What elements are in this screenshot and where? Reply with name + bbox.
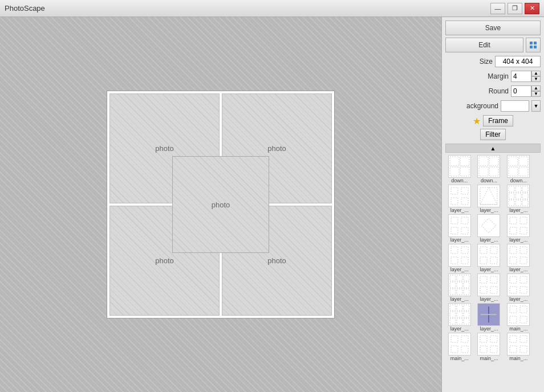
- filter-button[interactable]: Filter: [480, 129, 506, 140]
- svg-rect-87: [490, 336, 497, 342]
- svg-rect-79: [520, 306, 527, 313]
- close-button[interactable]: ✕: [525, 3, 539, 14]
- thumbnail-item[interactable]: layer_...: [475, 214, 504, 243]
- margin-up-button[interactable]: ▲: [531, 71, 541, 76]
- thumbnail-label: layer_...: [506, 207, 531, 213]
- svg-rect-44: [480, 247, 487, 254]
- svg-rect-50: [510, 257, 517, 264]
- thumbnail-image: [477, 155, 500, 178]
- svg-rect-53: [457, 275, 462, 281]
- svg-rect-78: [510, 306, 517, 313]
- svg-rect-41: [461, 247, 468, 254]
- thumbnail-image: [507, 273, 530, 296]
- thumbnail-item[interactable]: main_...: [445, 333, 474, 361]
- thumbnail-item[interactable]: layer_...: [475, 185, 504, 213]
- svg-rect-68: [520, 287, 527, 293]
- svg-rect-2: [530, 46, 533, 48]
- thumbnails-scroll[interactable]: down...down...down... layer_... layer_..…: [445, 155, 541, 389]
- round-up-button[interactable]: ▲: [531, 85, 541, 91]
- thumbnail-label: layer_...: [447, 326, 472, 332]
- thumbnail-item[interactable]: down...: [445, 155, 474, 183]
- svg-rect-80: [510, 316, 517, 323]
- thumbnail-item[interactable]: layer_...: [475, 244, 504, 272]
- thumbnail-image: [477, 303, 500, 326]
- thumbnail-item[interactable]: layer_...: [504, 214, 533, 243]
- thumbnail-item[interactable]: layer_...: [504, 185, 533, 213]
- svg-rect-22: [509, 186, 514, 192]
- edit-button[interactable]: Edit: [445, 38, 523, 52]
- svg-rect-23: [515, 186, 521, 192]
- thumbnail-image: [507, 214, 530, 237]
- margin-spinner: ▲ ▼: [511, 71, 541, 82]
- round-row: Round ▲ ▼: [445, 85, 541, 97]
- thumbnail-item[interactable]: layer_...: [504, 244, 533, 272]
- svg-rect-67: [510, 287, 517, 293]
- svg-rect-0: [530, 42, 533, 44]
- margin-input[interactable]: [511, 71, 531, 82]
- scroll-up-area: ▲: [445, 144, 541, 153]
- background-color-dropdown[interactable]: ▼: [531, 100, 541, 112]
- svg-rect-36: [510, 217, 517, 224]
- svg-rect-74: [464, 312, 469, 317]
- svg-rect-42: [451, 257, 458, 264]
- svg-rect-76: [457, 318, 462, 324]
- thumbnail-item[interactable]: layer_...: [445, 303, 474, 332]
- svg-rect-59: [457, 289, 462, 295]
- svg-rect-16: [451, 187, 458, 194]
- svg-rect-20: [480, 187, 497, 205]
- background-color-box[interactable]: [501, 100, 529, 112]
- thumbnail-item[interactable]: layer_...: [445, 185, 474, 213]
- svg-rect-10: [479, 167, 488, 176]
- thumbnail-image: [477, 273, 500, 296]
- thumbnail-item[interactable]: layer_...: [445, 214, 474, 243]
- thumbnail-item[interactable]: main_...: [504, 333, 533, 361]
- svg-rect-27: [522, 193, 528, 199]
- frame-button[interactable]: Frame: [483, 115, 513, 126]
- size-input[interactable]: [495, 56, 541, 67]
- svg-rect-54: [464, 275, 469, 281]
- svg-rect-70: [457, 305, 462, 311]
- photo-cell-center[interactable]: photo: [172, 156, 269, 253]
- thumbnail-label: layer_...: [447, 296, 472, 302]
- grid-icon[interactable]: [526, 38, 541, 52]
- thumbnail-label: layer_...: [447, 237, 472, 243]
- svg-rect-83: [461, 336, 468, 342]
- svg-rect-33: [451, 227, 458, 234]
- save-button[interactable]: Save: [445, 21, 541, 35]
- svg-rect-26: [515, 193, 521, 199]
- svg-rect-61: [480, 276, 487, 283]
- thumbnail-image: [507, 244, 530, 267]
- thumbnail-label: main_...: [476, 356, 501, 361]
- round-input[interactable]: [511, 85, 531, 97]
- thumbnail-item[interactable]: down...: [504, 155, 533, 183]
- svg-rect-32: [461, 217, 468, 224]
- svg-rect-46: [480, 257, 487, 264]
- thumbnail-item[interactable]: layer_...: [445, 273, 474, 302]
- star-icon[interactable]: ★: [473, 116, 481, 126]
- thumbnail-item[interactable]: main_...: [504, 303, 533, 332]
- thumbnail-item[interactable]: main_...: [475, 333, 504, 361]
- svg-rect-28: [509, 200, 514, 206]
- svg-rect-35: [482, 218, 496, 232]
- svg-rect-73: [457, 312, 462, 317]
- round-down-button[interactable]: ▼: [531, 91, 541, 97]
- minimize-button[interactable]: —: [490, 3, 505, 14]
- margin-down-button[interactable]: ▼: [531, 76, 541, 82]
- thumbnail-label: down...: [506, 178, 531, 183]
- round-spinner-buttons: ▲ ▼: [531, 85, 541, 97]
- svg-rect-77: [464, 318, 469, 324]
- round-spinner: ▲ ▼: [511, 85, 541, 97]
- thumbnail-item[interactable]: layer_...: [475, 273, 504, 302]
- thumbnail-item[interactable]: down...: [475, 155, 504, 183]
- maximize-button[interactable]: ❐: [508, 3, 522, 14]
- svg-rect-64: [490, 287, 497, 293]
- background-row: ackground ▼: [445, 100, 541, 112]
- thumbnail-image: [477, 333, 500, 356]
- scroll-up-button[interactable]: ▲: [445, 144, 541, 153]
- svg-rect-47: [490, 257, 497, 264]
- thumbnail-label: layer_...: [476, 237, 501, 243]
- svg-rect-66: [520, 276, 527, 283]
- thumbnail-item[interactable]: layer_...: [504, 273, 533, 302]
- thumbnail-item[interactable]: layer_...: [445, 244, 474, 272]
- thumbnail-item[interactable]: layer_...: [475, 303, 504, 332]
